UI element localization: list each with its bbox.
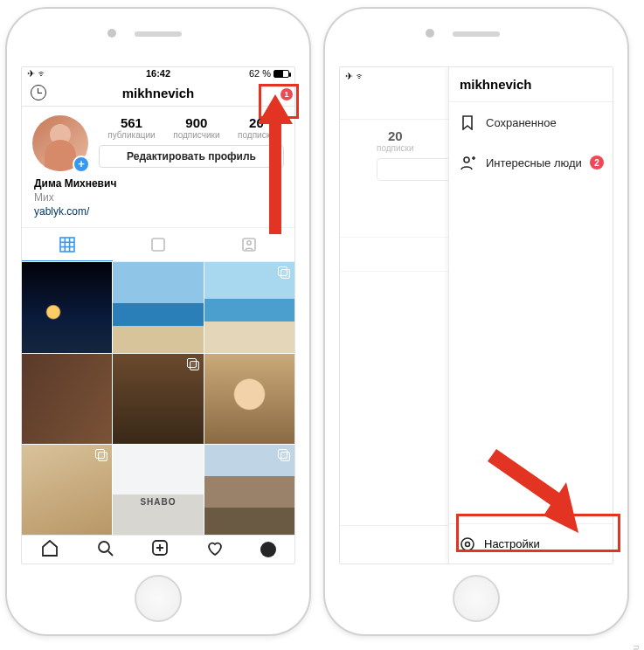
- edit-profile-button[interactable]: Редактировать профиль: [99, 145, 284, 168]
- photo-grid: SHABO: [22, 262, 294, 535]
- nav-add[interactable]: [150, 538, 170, 561]
- drawer-settings-label: Настройки: [484, 537, 540, 550]
- carousel-icon: [187, 358, 199, 370]
- photo-cell[interactable]: [113, 354, 203, 444]
- stat-posts[interactable]: 561 публикации: [107, 115, 155, 140]
- drawer-item-saved[interactable]: Сохраненное: [449, 102, 613, 142]
- stat-following[interactable]: 20 подписки: [377, 128, 414, 153]
- watermark: 24hitech.ru: [630, 645, 641, 650]
- screen-left: ✈︎ ᯤ 16:42 62 % mikhnevich 1: [21, 66, 295, 564]
- photo-cell[interactable]: [22, 354, 112, 444]
- display-name: Дима Михневич: [34, 176, 282, 190]
- battery-percent: 62 %: [249, 68, 271, 79]
- tab-feed[interactable]: [113, 228, 204, 261]
- screen-right: ✈︎ ᯤ 16:42 62 % 1: [339, 66, 613, 564]
- archive-icon[interactable]: [31, 85, 46, 100]
- clock: 16:42: [146, 68, 170, 79]
- nav-search[interactable]: [95, 538, 114, 561]
- photo-cell[interactable]: [22, 262, 112, 352]
- nav-activity[interactable]: [205, 538, 225, 561]
- carousel-icon: [278, 449, 290, 461]
- photo-cell[interactable]: [113, 262, 203, 352]
- tab-grid[interactable]: [22, 228, 113, 261]
- phone-right: ✈︎ ᯤ 16:42 62 % 1: [323, 7, 629, 636]
- svg-point-19: [466, 542, 470, 546]
- drawer-item-label: Интересные люди: [486, 156, 582, 169]
- drawer-item-label: Сохраненное: [486, 116, 557, 129]
- tab-tagged[interactable]: [204, 228, 294, 261]
- svg-point-18: [461, 538, 474, 550]
- home-button[interactable]: [453, 575, 500, 622]
- photo-cell[interactable]: [204, 262, 294, 352]
- profile-header: mikhnevich 1: [22, 80, 294, 107]
- side-drawer: mikhnevich Сохраненное Интересные люди 2…: [448, 67, 613, 564]
- photo-cell[interactable]: [204, 445, 294, 535]
- phone-left: ✈︎ ᯤ 16:42 62 % mikhnevich 1: [5, 7, 311, 636]
- stat-followers[interactable]: 900 подписчики: [173, 115, 219, 140]
- photo-cell[interactable]: SHABO: [113, 445, 203, 535]
- bio-link[interactable]: yablyk.com/: [34, 204, 282, 218]
- status-bar: ✈︎ ᯤ 16:42 62 %: [22, 67, 294, 80]
- svg-rect-5: [152, 239, 164, 251]
- stat-following[interactable]: 20 подписки: [238, 115, 275, 140]
- drawer-item-badge: 2: [590, 156, 604, 169]
- bottom-nav: [22, 535, 294, 564]
- status-left-icons: ✈︎ ᯤ: [345, 71, 365, 82]
- nav-profile[interactable]: [260, 542, 276, 557]
- status-left-icons: ✈︎ ᯤ: [27, 68, 47, 80]
- profile-tabs: [22, 227, 294, 262]
- svg-point-15: [464, 157, 469, 162]
- carousel-icon: [95, 449, 107, 461]
- svg-point-8: [99, 542, 109, 552]
- svg-rect-0: [60, 238, 74, 252]
- drawer-title: mikhnevich: [449, 67, 613, 102]
- battery-icon: [274, 70, 289, 78]
- add-person-icon: [460, 155, 475, 170]
- drawer-settings[interactable]: Настройки: [449, 523, 613, 564]
- home-button[interactable]: [135, 575, 182, 622]
- drawer-item-discover[interactable]: Интересные люди 2: [449, 142, 613, 183]
- username-title[interactable]: mikhnevich: [122, 86, 195, 100]
- bio-text: Мих: [34, 190, 282, 204]
- carousel-icon: [278, 266, 290, 279]
- nav-home[interactable]: [40, 538, 59, 561]
- bookmark-icon: [460, 114, 475, 130]
- menu-badge: 1: [280, 88, 293, 100]
- photo-cell[interactable]: [204, 354, 294, 444]
- photo-cell[interactable]: [22, 445, 112, 535]
- svg-point-7: [247, 241, 251, 245]
- add-story-badge[interactable]: +: [73, 156, 90, 173]
- svg-line-9: [108, 551, 113, 556]
- gear-icon: [460, 536, 475, 552]
- photo-brand-text: SHABO: [140, 497, 176, 507]
